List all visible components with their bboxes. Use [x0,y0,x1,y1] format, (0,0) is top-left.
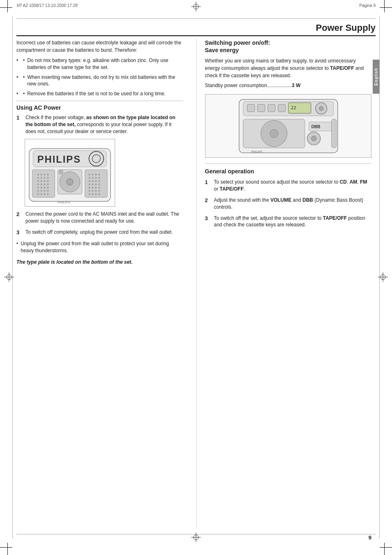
svg-rect-100 [331,119,336,148]
svg-point-55 [95,174,97,175]
intro-text: Incorrect use of batteries can cause ele… [16,39,183,54]
general-step-3: 3 To switch off the set, adjust the sour… [205,215,372,229]
right-column: Switching power on/off:Save energy Wheth… [196,39,372,528]
english-language-tab: English [373,60,380,94]
svg-point-71 [95,187,97,189]
svg-point-70 [92,187,94,189]
header-left: XP AZ 1008/17 13-10-2000 17:28 [16,3,78,8]
page-title: Power Supply [316,23,376,33]
svg-point-27 [41,180,42,182]
crop-mark-tl-v [7,0,8,12]
device-top-image: 22 DBB PHILIPS [205,94,372,158]
svg-point-42 [37,193,39,195]
svg-point-63 [95,180,97,182]
svg-point-24 [44,177,46,179]
svg-point-91 [319,106,323,111]
svg-point-67 [95,184,97,185]
ac-bullet-list: • Unplug the power cord from the wall ou… [16,240,183,254]
svg-point-68 [98,184,100,185]
svg-point-31 [41,184,42,185]
svg-text:22: 22 [291,105,296,111]
svg-rect-86 [267,104,275,112]
svg-point-77 [89,193,90,195]
philips-device-svg: PHILIPS [25,140,115,206]
bottom-center-crosshair [191,532,201,543]
crop-mark-br-v [384,543,385,555]
svg-point-21 [47,174,49,175]
general-operation-heading: General operation [205,168,372,175]
top-horizontal-rule [16,18,376,19]
svg-text:PHILIPS: PHILIPS [251,150,262,153]
svg-point-35 [41,187,42,189]
svg-point-76 [98,190,100,191]
svg-point-44 [44,193,46,195]
svg-point-41 [47,190,49,191]
general-step-1: 1 To select your sound source adjust the… [205,179,372,193]
svg-point-23 [41,177,42,179]
two-column-layout: Incorrect use of batteries can cause ele… [16,39,371,528]
svg-point-49 [59,170,63,174]
battery-bullet-list: • Do not mix battery types: e.g. alkalin… [16,57,183,97]
svg-point-43 [41,193,42,195]
crop-mark-bl-v [7,543,8,555]
standby-line: Standby power consumption...............… [205,83,372,88]
svg-point-72 [98,187,100,189]
page-number: 9 [369,534,371,541]
svg-point-98 [311,136,316,141]
svg-point-64 [98,180,100,182]
svg-point-65 [89,184,90,185]
general-step-2: 2 Adjust the sound with the VOLUME and D… [205,197,372,211]
ac-steps-list-2: 2 Connect the power cord to the AC MAINS… [16,211,183,236]
page-title-area: Power Supply [16,23,376,36]
svg-text:PHILIPS: PHILIPS [58,200,70,204]
svg-point-40 [44,190,46,191]
svg-point-79 [95,193,97,195]
svg-point-45 [47,193,49,195]
svg-text:DBB: DBB [311,124,320,129]
svg-point-56 [98,174,100,175]
svg-point-66 [92,184,94,185]
device-top-svg: 22 DBB PHILIPS [205,95,371,157]
svg-point-32 [44,184,46,185]
switching-text: Whether you are using mains or battery s… [205,57,372,79]
ac-step-1: 1 Check if the power voltage, as shown o… [16,114,183,135]
svg-point-20 [44,174,46,175]
svg-point-74 [92,190,94,191]
crop-mark-br-h [380,547,392,548]
svg-point-75 [95,190,97,191]
svg-point-61 [89,180,90,182]
svg-point-33 [47,184,49,185]
svg-rect-17 [32,170,55,197]
svg-point-25 [47,177,49,179]
general-steps-list: 1 To select your sound source adjust the… [205,179,372,228]
svg-rect-85 [257,104,265,112]
svg-point-80 [98,193,100,195]
divider-1 [16,101,183,101]
header-right: Pagina 9 [360,3,376,8]
svg-point-57 [89,177,90,179]
ac-power-heading: Using AC Power [16,104,183,111]
italic-note: The type plate is located on the bottom … [16,258,183,266]
ac-steps-list: 1 Check if the power voltage, as shown o… [16,114,183,135]
left-column: Incorrect use of batteries can cause ele… [16,39,187,528]
svg-point-94 [270,129,278,138]
svg-text:PHILIPS: PHILIPS [37,154,81,165]
svg-point-69 [89,187,90,189]
svg-point-62 [92,180,94,182]
bullet-item-3: • Remove the batteries if the set is not… [16,90,183,97]
ac-step-2: 2 Connect the power cord to the AC MAINS… [16,211,183,225]
crop-mark-bl-h [0,547,12,548]
crop-mark-tr-v [384,0,385,12]
svg-point-30 [37,184,39,185]
bullet-item-2: • When inserting new batteries, do not t… [16,74,183,88]
svg-point-36 [44,187,46,189]
divider-right [205,164,372,164]
svg-point-48 [67,179,73,185]
svg-point-26 [37,180,39,182]
bullet-item-1: • Do not mix battery types: e.g. alkalin… [16,57,183,71]
svg-point-28 [44,180,46,182]
svg-point-59 [95,177,97,179]
left-center-crosshair [4,272,14,283]
top-center-crosshair [191,2,201,13]
svg-point-58 [92,177,94,179]
